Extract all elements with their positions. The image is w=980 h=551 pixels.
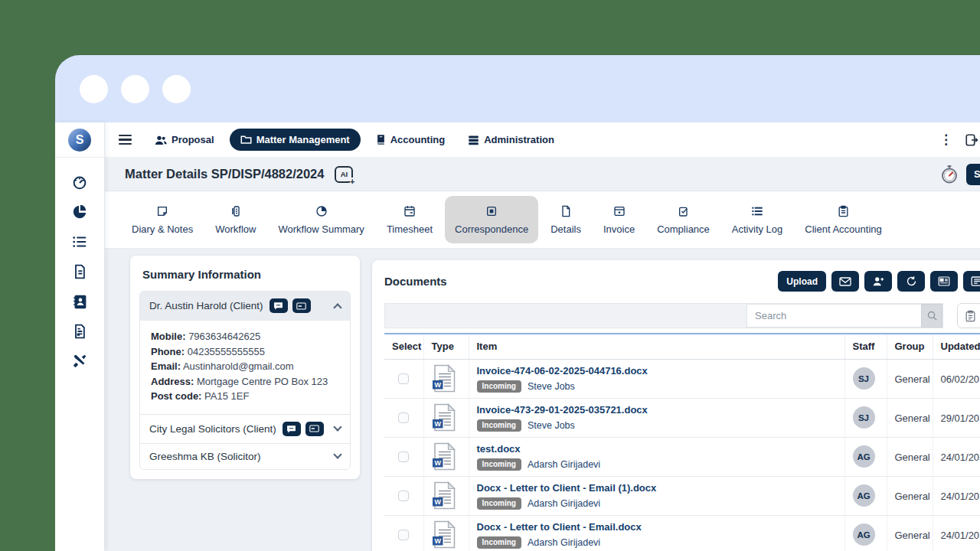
nav-proposal[interactable]: Proposal xyxy=(147,129,222,150)
search-input[interactable] xyxy=(746,304,921,328)
activity-list-icon xyxy=(751,204,763,217)
accordion-client-header[interactable]: Dr. Austin Harold (Client) xyxy=(140,292,350,320)
folder-icon xyxy=(240,135,252,145)
tab-workflow[interactable]: Workflow xyxy=(205,196,266,243)
incoming-badge: Incoming xyxy=(477,536,521,549)
chevron-down-icon xyxy=(333,450,341,458)
document-author: Steve Jobs xyxy=(528,420,575,431)
window-titlebar xyxy=(55,55,980,122)
nav-administration-label: Administration xyxy=(484,134,554,145)
copy-to-clipboard-button[interactable] xyxy=(957,303,980,328)
group-value: General xyxy=(895,412,930,424)
client-name: Dr. Austin Harold (Client) xyxy=(149,300,263,311)
staff-avatar: SJ xyxy=(853,406,875,429)
documents-table: Select Type Item Staff Group Updated W xyxy=(384,333,980,551)
save-button[interactable]: S xyxy=(966,164,980,185)
row-checkbox[interactable] xyxy=(398,452,409,462)
col-updated: Updated xyxy=(933,334,980,359)
incoming-badge: Incoming xyxy=(477,497,521,510)
server-icon xyxy=(468,135,479,145)
note-icon xyxy=(156,204,168,217)
nav-accounting[interactable]: Accounting xyxy=(368,129,453,150)
stopwatch-icon[interactable] xyxy=(940,165,959,184)
ai-assist-button[interactable]: AI + xyxy=(335,166,353,183)
contact-card-icon[interactable] xyxy=(292,298,311,313)
row-checkbox[interactable] xyxy=(398,530,409,540)
document-author: Adarsh Girijadevi xyxy=(528,498,600,509)
chat-icon[interactable] xyxy=(270,298,288,313)
search-icon[interactable] xyxy=(921,304,942,328)
staff-avatar: AG xyxy=(853,523,875,546)
row-checkbox[interactable] xyxy=(398,373,409,384)
chevron-down-icon xyxy=(333,422,341,431)
row-checkbox[interactable] xyxy=(398,412,409,423)
accordion-solicitors-header[interactable]: City Legal Solicitors (Client) xyxy=(140,414,350,443)
window-dot-1[interactable] xyxy=(80,75,108,103)
clipboard-check-icon xyxy=(678,204,690,217)
dashboard-icon[interactable] xyxy=(70,173,89,191)
tab-activity-log[interactable]: Activity Log xyxy=(722,196,792,243)
window-dot-2[interactable] xyxy=(121,75,149,103)
document-link[interactable]: Docx - Letter to Client - Email (1).docx xyxy=(477,482,837,494)
menu-icon[interactable] xyxy=(119,135,132,145)
list-icon[interactable] xyxy=(70,233,89,251)
chat-icon[interactable] xyxy=(283,422,301,436)
document-author: Adarsh Girijadevi xyxy=(528,459,600,470)
svg-text:W: W xyxy=(434,537,441,545)
document-link[interactable]: Invoice-474-06-02-2025-044716.docx xyxy=(477,365,837,377)
documents-title: Documents xyxy=(384,275,447,288)
tab-invoice[interactable]: Invoice xyxy=(593,196,645,243)
calendar-icon xyxy=(403,204,416,217)
svg-text:W: W xyxy=(434,498,441,506)
file-invoice-icon[interactable] xyxy=(70,322,89,341)
svg-text:W: W xyxy=(434,459,441,467)
document-icon[interactable] xyxy=(70,262,89,281)
svg-text:W: W xyxy=(434,381,441,389)
accordion-solicitor-header[interactable]: Greeshma KB (Solicitor) xyxy=(140,443,350,469)
col-select: Select xyxy=(384,334,423,359)
tab-client-accounting[interactable]: Client Accounting xyxy=(795,196,891,243)
kebab-menu-icon[interactable]: ⋮ xyxy=(939,132,952,148)
search-strip xyxy=(384,303,943,328)
nav-matter-management[interactable]: Matter Management xyxy=(230,129,361,151)
contact-card-icon[interactable] xyxy=(305,422,324,436)
group-value: General xyxy=(895,373,930,385)
tab-details[interactable]: Details xyxy=(541,196,591,243)
matter-tabs: Diary & Notes Workflow Workflow Summary … xyxy=(105,191,980,249)
word-doc-icon: W xyxy=(432,520,461,549)
email-button[interactable] xyxy=(831,271,859,292)
incoming-badge: Incoming xyxy=(477,380,521,393)
word-doc-icon: W xyxy=(432,364,461,393)
group-value: General xyxy=(895,491,930,502)
extra-button[interactable] xyxy=(963,271,980,292)
nav-matter-management-label: Matter Management xyxy=(256,134,350,145)
row-checkbox[interactable] xyxy=(398,491,409,501)
tab-workflow-summary[interactable]: Workflow Summary xyxy=(268,196,374,243)
document-link[interactable]: Invoice-473-29-01-2025-035721.docx xyxy=(477,404,837,416)
tab-compliance[interactable]: Compliance xyxy=(647,196,720,243)
document-link[interactable]: test.docx xyxy=(477,443,837,455)
tab-correspondence[interactable]: Correspondence xyxy=(445,196,538,243)
document-author: Adarsh Girijadevi xyxy=(528,537,600,548)
group-value: General xyxy=(895,530,930,541)
nav-administration[interactable]: Administration xyxy=(460,129,562,150)
nav-proposal-label: Proposal xyxy=(172,134,214,145)
col-staff: Staff xyxy=(844,334,887,359)
pie-chart-icon[interactable] xyxy=(70,203,89,221)
tools-icon[interactable] xyxy=(70,352,89,370)
add-user-button[interactable] xyxy=(864,271,892,292)
tab-diary-notes[interactable]: Diary & Notes xyxy=(122,196,203,243)
updated-value: 29/01/20 xyxy=(941,412,980,424)
correspondence-icon xyxy=(485,204,498,217)
document-link[interactable]: Docx - Letter to Client - Email.docx xyxy=(477,521,837,533)
logout-icon[interactable] xyxy=(965,133,978,147)
people-icon xyxy=(155,135,167,145)
tab-timesheet[interactable]: Timesheet xyxy=(377,196,443,243)
refresh-button[interactable] xyxy=(897,271,925,292)
window-dot-3[interactable] xyxy=(162,75,191,103)
address-book-icon[interactable] xyxy=(70,292,89,311)
card-view-button[interactable] xyxy=(930,271,958,292)
file-icon xyxy=(560,204,571,217)
app-logo[interactable]: S xyxy=(68,129,91,152)
upload-button[interactable]: Upload xyxy=(778,271,826,292)
